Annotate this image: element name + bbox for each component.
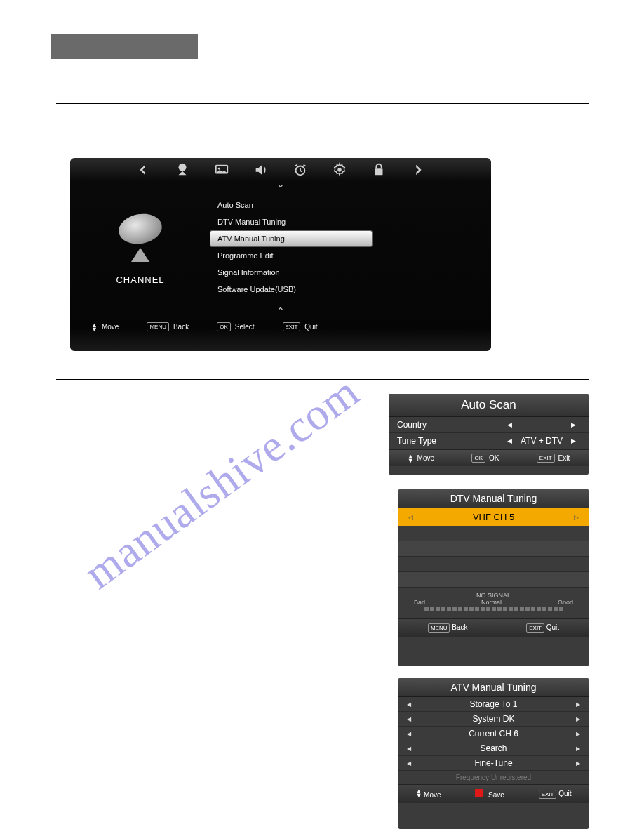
atv-row-storage[interactable]: ◀ Storage To 1 ▶ (398, 697, 589, 712)
triangle-left-icon[interactable]: ◀ (407, 701, 411, 708)
red-button-icon (475, 789, 483, 797)
triangle-left-icon[interactable]: ◀ (407, 760, 411, 767)
chevron-left-icon[interactable] (135, 162, 152, 178)
exit-keycap: EXIT (537, 454, 555, 463)
section-label: CHANNEL (116, 274, 164, 285)
dtv-manual-tuning-panel: DTV Manual Tuning ◁ VHF CH 5 ▷ NO SIGNAL… (398, 489, 589, 666)
hint-back: MENU Back (147, 322, 189, 331)
hint-ok: OK OK (471, 454, 499, 463)
page-header-bar (51, 34, 198, 59)
menu-item-atv-manual[interactable]: ATV Manual Tuning (210, 231, 372, 246)
hint-select-label: Select (235, 323, 255, 331)
panel-title: ATV Manual Tuning (398, 678, 589, 697)
lock-icon[interactable] (370, 162, 387, 178)
menu-item-dtv-manual[interactable]: DTV Manual Tuning (210, 214, 372, 230)
hint-move: ▲▼ Move (415, 789, 441, 799)
legend-normal: Normal (481, 599, 502, 606)
svg-point-2 (218, 168, 220, 170)
atv-row-current-ch[interactable]: ◀ Current CH 6 ▶ (398, 727, 589, 741)
hint-save: Save (475, 789, 504, 799)
atv-row-search[interactable]: ◀ Search ▶ (398, 741, 589, 756)
dtv-channel-selector[interactable]: ◁ VHF CH 5 ▷ (398, 508, 589, 526)
gear-icon[interactable] (331, 162, 348, 178)
watermark: manualshive.com (75, 366, 369, 600)
panel-title: DTV Manual Tuning (398, 489, 589, 508)
atv-row-label: Current CH 6 (469, 729, 518, 739)
ok-keycap: OK (217, 322, 231, 331)
dtv-channel-value: VHF CH 5 (473, 512, 514, 522)
exit-keycap: EXIT (539, 790, 557, 799)
triangle-right-icon[interactable]: ▶ (576, 716, 580, 722)
triangle-left-icon[interactable]: ◀ (407, 716, 411, 722)
auto-scan-panel: Auto Scan Country ◀ ▶ Tune Type ◀ ATV + … (389, 394, 589, 475)
no-signal-label: NO SIGNAL (398, 592, 589, 599)
hint-exit-label: Exit (558, 454, 570, 462)
hint-back-label: Back (452, 623, 467, 631)
triangle-right-icon[interactable]: ▶ (576, 746, 580, 752)
exit-keycap: EXIT (283, 322, 301, 331)
dtv-row (398, 557, 589, 572)
triangle-left-icon[interactable]: ◀ (503, 437, 516, 444)
atv-row-fine-tune[interactable]: ◀ Fine-Tune ▶ (398, 756, 589, 771)
hint-back: MENU Back (428, 623, 468, 633)
chevron-right-icon[interactable] (410, 162, 427, 178)
clock-icon[interactable] (292, 162, 309, 178)
dish-icon (116, 213, 165, 262)
atv-row-label: System DK (472, 714, 514, 724)
row-value: ATV + DTV (516, 436, 567, 446)
menu-keycap: MENU (147, 322, 169, 331)
ok-keycap: OK (471, 454, 485, 463)
svg-point-0 (179, 164, 187, 171)
hint-quit: EXIT Quit (526, 623, 559, 633)
hint-select: OK Select (217, 322, 254, 331)
channel-menu: ⌄ CHANNEL Auto Scan DTV Manual Tuning AT… (70, 158, 491, 351)
top-icon-bar (70, 158, 491, 178)
exit-keycap: EXIT (526, 623, 544, 633)
svg-point-4 (337, 168, 342, 172)
hint-back-label: Back (173, 323, 189, 331)
atv-manual-tuning-panel: ATV Manual Tuning ◀ Storage To 1 ▶ ◀ Sys… (398, 678, 589, 829)
hint-exit: EXIT Exit (537, 454, 570, 463)
triangle-left-icon[interactable]: ◀ (407, 731, 411, 737)
sound-icon[interactable] (253, 162, 269, 178)
menu-item-programme-edit[interactable]: Programme Edit (210, 248, 372, 263)
frequency-status: Frequency Unregistered (398, 771, 589, 784)
picture-icon[interactable] (213, 162, 230, 178)
hint-ok-label: OK (489, 454, 499, 462)
signal-bar (398, 606, 589, 617)
dtv-row (398, 526, 589, 541)
hint-quit-label: Quit (546, 623, 559, 631)
menu-keycap: MENU (428, 623, 450, 633)
atv-row-label: Storage To 1 (470, 699, 518, 709)
hint-move-label: Move (417, 454, 434, 462)
atv-row-label: Search (480, 743, 507, 753)
dtv-row (398, 541, 589, 557)
hint-move-label: Move (102, 323, 119, 331)
menu-item-signal-info[interactable]: Signal Information (210, 265, 372, 280)
row-label: Country (397, 420, 503, 430)
atv-row-system[interactable]: ◀ System DK ▶ (398, 712, 589, 727)
row-country[interactable]: Country ◀ ▶ (389, 417, 589, 433)
hint-quit-label: Quit (304, 323, 317, 331)
triangle-right-icon[interactable]: ▷ (574, 514, 579, 521)
menu-item-software-update[interactable]: Software Update(USB) (210, 282, 372, 297)
hint-quit: EXIT Quit (539, 790, 572, 799)
row-tune-type[interactable]: Tune Type ◀ ATV + DTV ▶ (389, 433, 589, 449)
hint-quit-label: Quit (558, 790, 571, 797)
section-indicator: CHANNEL (70, 189, 210, 305)
hint-move-label: Move (424, 791, 441, 799)
triangle-right-icon[interactable]: ▶ (576, 731, 580, 737)
menu-list: Auto Scan DTV Manual Tuning ATV Manual T… (210, 189, 491, 305)
divider (56, 379, 589, 380)
triangle-right-icon[interactable]: ▶ (567, 421, 580, 428)
panel-footer: ▲▼ Move OK OK EXIT Exit (389, 449, 589, 466)
triangle-right-icon[interactable]: ▶ (567, 437, 580, 444)
triangle-left-icon[interactable]: ◀ (503, 421, 516, 428)
triangle-right-icon[interactable]: ▶ (576, 701, 580, 708)
divider (56, 103, 589, 104)
triangle-right-icon[interactable]: ▶ (576, 760, 580, 767)
triangle-left-icon[interactable]: ◁ (408, 514, 413, 521)
satellite-icon[interactable] (174, 162, 191, 178)
triangle-left-icon[interactable]: ◀ (407, 746, 411, 752)
menu-item-auto-scan[interactable]: Auto Scan (210, 197, 372, 213)
